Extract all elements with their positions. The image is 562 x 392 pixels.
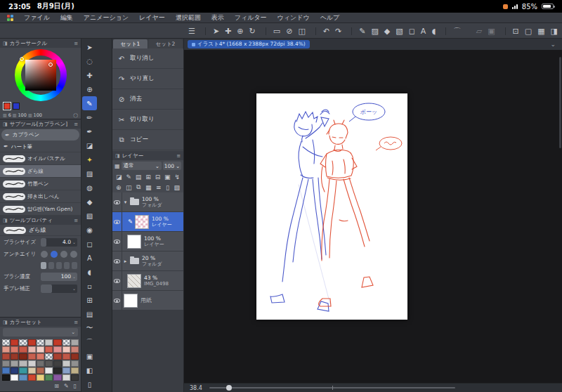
menu-item[interactable]: 選択範囲: [176, 13, 201, 22]
layer-opacity-control[interactable]: 100 ⌄: [163, 162, 181, 170]
snap-ruler-icon[interactable]: ▱: [476, 27, 482, 35]
collapse-chevron-icon[interactable]: ⌄: [550, 41, 558, 48]
layer-command-icon[interactable]: ▤: [136, 174, 142, 181]
color-swatch[interactable]: [63, 367, 70, 374]
balloon-icon[interactable]: ◖: [431, 27, 436, 35]
visibility-eye-icon[interactable]: [114, 299, 120, 303]
brush-size-slider[interactable]: 4.0 ⌄: [41, 238, 77, 247]
tree-closed-icon[interactable]: ▸: [122, 259, 129, 264]
layer-thumbnail[interactable]: [135, 215, 149, 229]
layer-row[interactable]: 100 % レイヤー: [112, 232, 183, 251]
eraser-icon[interactable]: ▨: [371, 27, 378, 35]
menu-item[interactable]: ウィンドウ: [277, 13, 310, 22]
color-swatch[interactable]: [53, 353, 61, 360]
correction-tool-icon[interactable]: 〜: [82, 321, 97, 335]
color-set-dropdown[interactable]: ⌄: [3, 328, 78, 337]
hue-value[interactable]: 6: [8, 112, 11, 118]
pen-icon[interactable]: ✎: [351, 27, 365, 35]
antialias-option[interactable]: [60, 251, 67, 258]
visibility-eye-icon[interactable]: [114, 259, 120, 263]
text-icon[interactable]: A: [421, 27, 426, 35]
color-swatch[interactable]: [71, 367, 79, 374]
color-swatch[interactable]: [28, 360, 36, 367]
panel-toggle-icon[interactable]: ▢: [525, 27, 532, 35]
layer-command-icon[interactable]: ≡: [156, 184, 162, 191]
color-swatch[interactable]: [71, 374, 79, 381]
subtool-item[interactable]: 얌G펜(Yam Gpen): [0, 203, 81, 216]
visibility-eye-icon[interactable]: [114, 240, 120, 244]
blend-tool-icon[interactable]: ◍: [82, 181, 97, 195]
antialias-option[interactable]: [70, 251, 77, 258]
subtool-item[interactable]: 竹墨ペン: [0, 178, 81, 190]
airbrush-tool-icon[interactable]: ◪: [82, 138, 97, 152]
saturation-value[interactable]: 100: [18, 112, 26, 118]
color-swatch[interactable]: [37, 346, 44, 353]
drawing-canvas[interactable]: ボーッ: [256, 93, 407, 320]
color-swatch[interactable]: [11, 360, 18, 367]
crop-icon[interactable]: ◫: [298, 27, 305, 35]
color-swatch[interactable]: [63, 346, 70, 353]
menu-item[interactable]: 編集: [60, 13, 73, 22]
layer-row-selected[interactable]: ✎ 100 % レイヤー: [112, 212, 183, 232]
layer-thumbnail[interactable]: [127, 274, 141, 288]
color-swatch[interactable]: [53, 360, 61, 367]
edit-swatch-icon[interactable]: ✎: [64, 383, 69, 389]
main-color-chip[interactable]: [4, 103, 11, 110]
subtool-group-tab[interactable]: ✒ ハート筆: [0, 141, 81, 152]
figure-tool-icon[interactable]: ◉: [82, 223, 97, 237]
color-wheel[interactable]: [15, 49, 67, 101]
quick-access-tab[interactable]: セット2: [148, 39, 183, 48]
brush-shape-option[interactable]: [41, 262, 46, 269]
text-tool-icon[interactable]: A: [82, 251, 97, 265]
color-swatch[interactable]: [71, 353, 79, 360]
main-menu-icon[interactable]: ☰: [188, 27, 195, 35]
blend-mode-dropdown[interactable]: 通常 ⌄: [122, 162, 162, 170]
vertical-scrollbar[interactable]: [559, 57, 561, 148]
operation-tool-icon[interactable]: ➤: [82, 40, 97, 54]
subtool-item[interactable]: オイルパステル: [0, 152, 81, 165]
tone-tool-icon[interactable]: ▤: [82, 307, 97, 321]
color-swatch[interactable]: [11, 339, 18, 346]
selection-tool-icon[interactable]: ▭: [266, 27, 280, 35]
color-mode-icon[interactable]: ◯: [73, 112, 78, 117]
color-swatch[interactable]: [45, 353, 53, 360]
subtool-item[interactable]: 掃き出しぺん: [0, 190, 81, 203]
color-swatch[interactable]: [37, 353, 44, 360]
deselect-icon[interactable]: ⊘: [286, 27, 292, 35]
gradient-tool-icon[interactable]: ▧: [82, 209, 97, 223]
sub-color-chip[interactable]: [13, 103, 20, 110]
color-swatch[interactable]: [2, 374, 10, 381]
measure-tool-icon[interactable]: ⌒: [82, 335, 97, 349]
panel-menu-icon[interactable]: ≡: [74, 122, 78, 127]
material-tool-icon[interactable]: ▣: [82, 349, 97, 363]
zoom-slider-thumb[interactable]: [226, 385, 232, 391]
panel-menu-icon[interactable]: ≡: [74, 41, 78, 46]
workspace-icon[interactable]: ▦: [537, 27, 544, 35]
color-swatch[interactable]: [11, 374, 18, 381]
layer-command-icon[interactable]: ✎: [126, 174, 131, 181]
value-value[interactable]: 100: [34, 112, 42, 118]
color-swatch[interactable]: [71, 360, 79, 367]
color-swatch[interactable]: [71, 346, 79, 353]
layer-command-icon[interactable]: ⊞: [145, 174, 151, 181]
layer-command-icon[interactable]: ▯: [166, 184, 169, 191]
color-swatch[interactable]: [37, 360, 44, 367]
layer-command-icon[interactable]: ◪: [116, 174, 122, 181]
app-menu-icon[interactable]: [7, 15, 13, 21]
menu-item[interactable]: ファイル: [24, 13, 50, 22]
subtool-group-tab[interactable]: ✒ カブラペン: [1, 129, 79, 141]
operation-tool-icon[interactable]: ➤: [205, 27, 219, 35]
color-swatch[interactable]: [45, 374, 53, 381]
panel-menu-icon[interactable]: ≡: [74, 320, 78, 325]
canvas-area[interactable]: ボーッ: [184, 50, 562, 383]
transform-tool-icon[interactable]: ⊞: [82, 293, 97, 307]
color-swatch[interactable]: [11, 367, 18, 374]
fill-tool-icon[interactable]: ◆: [82, 195, 97, 209]
menu-item[interactable]: アニメーション: [84, 13, 129, 22]
color-swatch[interactable]: [53, 367, 61, 374]
menu-item[interactable]: ヘルプ: [320, 13, 340, 22]
layer-command-icon[interactable]: ↯: [174, 174, 180, 181]
layout-icon[interactable]: ◨: [551, 27, 558, 35]
layer-row[interactable]: 43 % IMG_0498: [112, 271, 183, 291]
color-swatch[interactable]: [53, 374, 61, 381]
